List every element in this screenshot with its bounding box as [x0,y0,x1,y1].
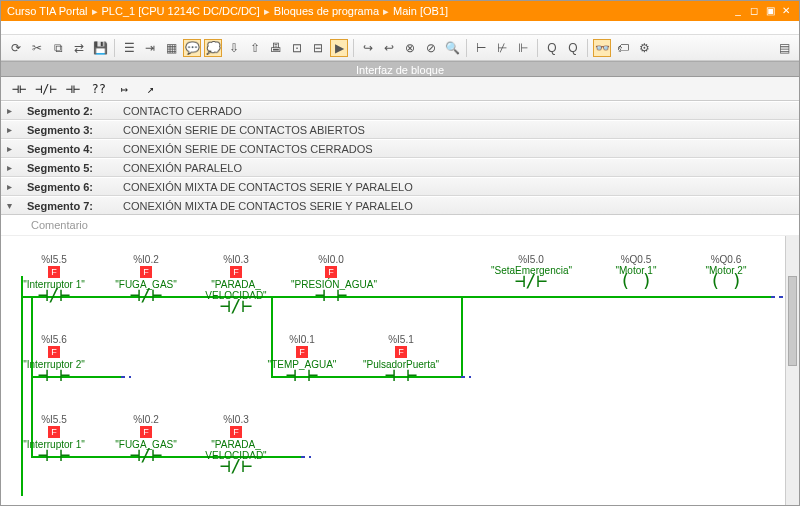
ladder-element[interactable]: %I0.0F"PRESIÓN_AGUA"⊣ ⊢ [291,254,371,306]
ladder-element[interactable]: %I5.0"SetaEmergencia"⊣/⊢ [491,254,571,292]
tool-glasses-icon[interactable]: 👓 [593,39,611,57]
tool-chat-icon[interactable]: 💬 [183,39,201,57]
segment-row[interactable]: ▸Segmento 6:CONEXIÓN MIXTA DE CONTACTOS … [1,177,799,196]
chevron-right-icon: ▸ [7,143,17,154]
tool-goto-icon[interactable]: ↪ [359,39,377,57]
title-bar: Curso TIA Portal▸ PLC_1 [CPU 1214C DC/DC… [1,1,799,21]
crumb-2[interactable]: Bloques de programa [274,5,379,17]
contact-icon: ⊣/⊢ [196,461,276,477]
vertical-scrollbar[interactable] [785,236,799,505]
ladder-branch[interactable]: ↦ [115,80,135,98]
contact-icon: ⊣/⊢ [491,276,571,292]
tool-list-icon[interactable]: ☰ [120,39,138,57]
force-badge: F [48,346,60,358]
chevron-down-icon: ▾ [7,200,17,211]
segment-row-open[interactable]: ▾Segmento 7:CONEXIÓN MIXTA DE CONTACTOS … [1,196,799,215]
tool-save-icon[interactable]: 💾 [91,39,109,57]
ladder-element[interactable]: %I5.6F"Interruptor 2"⊣ ⊢ [14,334,94,386]
ladder-element[interactable]: %I0.3F"PARADA_VELOCIDAD"⊣/⊢ [196,414,276,477]
ladder-element[interactable]: %I5.5F"Interruptor 1"⊣/⊢ [14,254,94,306]
crumb-0[interactable]: Curso TIA Portal [7,5,88,17]
tool-goto2-icon[interactable]: ↩ [380,39,398,57]
element-address: %I0.2 [106,254,186,265]
force-badge: F [140,426,152,438]
ladder-element[interactable]: %I5.1F"PulsadorPuerta"⊣ ⊢ [361,334,441,386]
chevron-right-icon: ▸ [7,105,17,116]
segment-row[interactable]: ▸Segmento 3:CONEXIÓN SERIE DE CONTACTOS … [1,120,799,139]
segment-row[interactable]: ▸Segmento 2:CONTACTO CERRADO [1,101,799,120]
ladder-box[interactable]: ?? [89,80,109,98]
segment-row[interactable]: ▸Segmento 4:CONEXIÓN SERIE DE CONTACTOS … [1,139,799,158]
element-address: %I0.1 [262,334,342,345]
element-address: %Q0.6 [686,254,766,265]
tool-stop-icon[interactable]: ⊟ [309,39,327,57]
ladder-element[interactable]: %I5.5F"Interruptor 1"⊣ ⊢ [14,414,94,466]
tool-net2-icon[interactable]: ⊬ [493,39,511,57]
crumb-sep-icon: ▸ [92,5,98,18]
tool-net3-icon[interactable]: ⊩ [514,39,532,57]
ladder-element[interactable]: %I0.3F"PARADA_VELOCIDAD"⊣/⊢ [196,254,276,317]
contact-icon: ( ) [596,276,676,292]
minimize-button[interactable]: _ [731,4,745,18]
force-badge: F [325,266,337,278]
crumb-1[interactable]: PLC_1 [CPU 1214C DC/DC/DC] [102,5,260,17]
block-interface-header[interactable]: Interfaz de bloque [1,61,799,77]
crumb-3[interactable]: Main [OB1] [393,5,448,17]
element-address: %I5.6 [14,334,94,345]
ladder-nc-contact[interactable]: ⊣/⊢ [35,80,57,98]
ladder-branch-close[interactable]: ↗ [141,80,161,98]
ladder-element[interactable]: %I0.2F"FUGA_GAS"⊣/⊢ [106,254,186,306]
contact-icon: ⊣ ⊢ [291,290,371,306]
ribbon-spacer [1,21,799,35]
tool-cross-icon[interactable]: ⊗ [401,39,419,57]
ladder-element[interactable]: %I0.1F"TEMP_AGUA"⊣ ⊢ [262,334,342,386]
force-badge: F [230,426,242,438]
tool-cut-icon[interactable]: ✂ [28,39,46,57]
tool-q2-icon[interactable]: Q [564,39,582,57]
tool-find-icon[interactable]: 🔍 [443,39,461,57]
tool-q1-icon[interactable]: Q [543,39,561,57]
force-badge: F [395,346,407,358]
close-button[interactable]: ✕ [779,4,793,18]
element-address: %I0.3 [196,254,276,265]
chevron-right-icon: ▸ [7,124,17,135]
tool-block-icon[interactable]: ▦ [162,39,180,57]
tool-play-icon[interactable]: ▶ [330,39,348,57]
tool-print-icon[interactable]: 🖶 [267,39,285,57]
element-address: %I0.3 [196,414,276,425]
segment-list: ▸Segmento 2:CONTACTO CERRADO ▸Segmento 3… [1,101,799,215]
tool-refresh-icon[interactable]: ⟳ [7,39,25,57]
tool-net1-icon[interactable]: ⊢ [472,39,490,57]
tool-chat2-icon[interactable]: 💭 [204,39,222,57]
segment-row[interactable]: ▸Segmento 5:CONEXIÓN PARALELO [1,158,799,177]
scroll-thumb[interactable] [788,276,797,366]
ladder-coil[interactable]: ⊣⊢ [63,80,83,98]
tool-indent-icon[interactable]: ⇥ [141,39,159,57]
contact-icon: ⊣ ⊢ [14,450,94,466]
maximize-button[interactable]: ▣ [763,4,777,18]
restore-button[interactable]: ◻ [747,4,761,18]
tool-sync-icon[interactable]: ⇄ [70,39,88,57]
contact-icon: ( ) [686,276,766,292]
chevron-right-icon: ▸ [7,162,17,173]
tool-panel-icon[interactable]: ▤ [775,39,793,57]
element-address: %I0.2 [106,414,186,425]
contact-icon: ⊣/⊢ [14,290,94,306]
ladder-element[interactable]: %Q0.5"Motor 1"( ) [596,254,676,292]
tool-download-icon[interactable]: ⇩ [225,39,243,57]
element-address: %I5.1 [361,334,441,345]
ladder-element[interactable]: %Q0.6"Motor 2"( ) [686,254,766,292]
ladder-no-contact[interactable]: ⊣⊢ [9,80,29,98]
ladder-diagram[interactable]: %I5.5F"Interruptor 1"⊣/⊢%I0.2F"FUGA_GAS"… [1,236,799,505]
ladder-element[interactable]: %I0.2F"FUGA_GAS"⊣/⊢ [106,414,186,466]
contact-icon: ⊣ ⊢ [14,370,94,386]
tool-cross2-icon[interactable]: ⊘ [422,39,440,57]
tool-dup-icon[interactable]: ⧉ [49,39,67,57]
tool-tag-icon[interactable]: 🏷 [614,39,632,57]
tool-config-icon[interactable]: ⚙ [635,39,653,57]
tool-upload-icon[interactable]: ⇧ [246,39,264,57]
tool-monitor-icon[interactable]: ⊡ [288,39,306,57]
segment-comment[interactable]: Comentario [1,215,799,236]
force-badge: F [48,266,60,278]
element-address: %I5.5 [14,254,94,265]
